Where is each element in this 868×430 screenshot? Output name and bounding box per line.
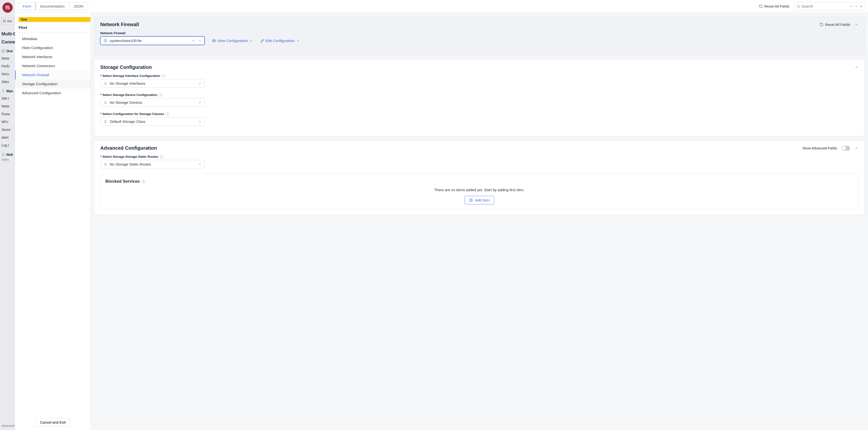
section-nav: New Fleet Metadata Fleet Configuration N… xyxy=(15,13,91,430)
blocked-services-title: Blocked Services i xyxy=(105,179,854,184)
section-title-storage: Storage Configuration xyxy=(100,64,152,70)
reset-all-fields-section[interactable]: Reset All Fields xyxy=(820,23,850,27)
bg-item: Site I xyxy=(0,94,15,102)
chevron-right-icon xyxy=(296,39,300,42)
nav-heading: Fleet xyxy=(15,22,91,33)
bg-item: Perfo xyxy=(0,62,15,70)
storage-classes-value: Default Storage Class xyxy=(110,119,196,123)
pencil-icon xyxy=(260,39,264,43)
background-sidebar: f5 Sel Multi-C Connec Ove Netw Perfo Sec… xyxy=(0,0,15,430)
bg-item: Secu xyxy=(0,70,15,78)
tab-json[interactable]: JSON xyxy=(69,2,88,10)
swap-icon xyxy=(103,101,107,105)
search-icon xyxy=(797,4,800,8)
svg-rect-7 xyxy=(3,51,5,53)
nav-item-storage-configuration[interactable]: Storage Configuration xyxy=(15,79,91,88)
bg-title-1: Multi-C xyxy=(0,30,15,37)
search-next-icon[interactable] xyxy=(855,5,858,8)
blocked-services-empty: There are no items added yet. Start by a… xyxy=(105,188,854,192)
show-advanced-label: Show Advanced Fields xyxy=(802,146,837,150)
network-firewall-select[interactable]: system/store100-fw xyxy=(100,36,205,45)
bg-item: Sites xyxy=(0,78,15,86)
bg-overview: Ove xyxy=(0,46,15,54)
bg-item: Log I xyxy=(0,141,15,149)
chevron-down-icon[interactable] xyxy=(198,101,202,104)
tab-form[interactable]: Form xyxy=(18,2,36,10)
bg-manage: Man xyxy=(0,86,15,94)
new-badge: New xyxy=(19,17,91,22)
bg-item: NFV xyxy=(0,118,15,126)
collapse-icon[interactable] xyxy=(855,146,859,150)
bg-item: Firew xyxy=(0,110,15,118)
bg-item: Netw xyxy=(0,102,15,110)
field-label-storage-device: * Select Storage Device Configuration i xyxy=(100,93,859,97)
nav-item-network-firewall[interactable]: Network Firewall xyxy=(15,70,91,79)
static-routes-value: No Storage Static Routes xyxy=(110,162,196,166)
blocked-services-panel: Blocked Services i There are no items ad… xyxy=(100,174,859,209)
info-icon[interactable]: i xyxy=(166,112,169,116)
section-title-network-firewall: Network Firewall xyxy=(100,22,139,27)
nav-item-fleet-configuration[interactable]: Fleet Configuration xyxy=(15,43,91,52)
search-input[interactable] xyxy=(800,3,850,9)
chevron-down-icon[interactable] xyxy=(198,163,202,166)
add-item-button[interactable]: Add Item xyxy=(465,196,494,204)
static-routes-select[interactable]: No Storage Static Routes xyxy=(100,160,205,169)
svg-rect-1 xyxy=(5,20,6,21)
network-firewall-value: system/store100-fw xyxy=(110,38,189,43)
swap-icon xyxy=(103,82,107,85)
clear-icon[interactable] xyxy=(192,39,195,42)
bg-advanced: Advanced xyxy=(1,424,14,428)
collapse-icon[interactable] xyxy=(855,23,859,27)
svg-point-8 xyxy=(797,5,800,7)
info-icon[interactable]: i xyxy=(162,74,165,78)
svg-rect-3 xyxy=(5,21,6,22)
bg-notifications: Noti xyxy=(0,149,15,158)
bg-title-2: Connec xyxy=(0,37,15,46)
view-configuration-link[interactable]: View Configuration xyxy=(212,38,253,43)
object-icon xyxy=(103,39,107,43)
f5-logo: f5 xyxy=(2,2,13,13)
svg-rect-6 xyxy=(1,51,3,53)
search-box[interactable] xyxy=(794,2,865,10)
nav-item-metadata[interactable]: Metadata xyxy=(15,34,91,43)
chevron-down-icon[interactable] xyxy=(198,39,202,42)
storage-device-value: No Storage Devices xyxy=(110,101,196,105)
field-label-storage-interface: * Select Storage Interface Configuration… xyxy=(100,74,859,78)
search-prev-icon[interactable] xyxy=(850,5,853,8)
storage-classes-select[interactable]: Default Storage Class xyxy=(100,117,205,126)
chevron-down-icon[interactable] xyxy=(198,120,202,123)
reset-all-fields-top[interactable]: Reset All Fields xyxy=(759,4,789,8)
chevron-right-icon xyxy=(250,39,253,42)
storage-configuration-section: Storage Configuration * Select Storage I… xyxy=(94,59,865,136)
nav-item-network-interfaces[interactable]: Network Interfaces xyxy=(15,52,91,61)
svg-rect-0 xyxy=(3,20,4,21)
bg-item: Alert xyxy=(0,134,15,141)
chevron-down-icon[interactable] xyxy=(198,82,202,85)
undo-icon xyxy=(820,23,824,27)
field-label-network-firewall: Network Firewall xyxy=(100,31,859,35)
tab-documentation[interactable]: Documentation xyxy=(36,2,69,10)
edit-configuration-link[interactable]: Edit Configuration xyxy=(260,38,300,43)
info-icon[interactable]: i xyxy=(142,180,145,183)
collapse-icon[interactable] xyxy=(855,65,859,69)
storage-interface-value: No Storage Interfaces xyxy=(110,81,196,85)
eye-icon xyxy=(212,39,216,43)
nav-item-network-connectors[interactable]: Network Connectors xyxy=(15,61,91,70)
swap-icon xyxy=(103,120,107,123)
search-close-icon[interactable] xyxy=(860,5,863,8)
field-label-storage-classes: * Select Configuration for Storage Class… xyxy=(100,112,859,116)
bg-item: Netw xyxy=(0,54,15,62)
info-icon[interactable]: i xyxy=(160,155,163,159)
info-icon[interactable]: i xyxy=(159,93,162,97)
nav-item-advanced-configuration[interactable]: Advanced Configuration xyxy=(15,88,91,97)
show-advanced-toggle[interactable] xyxy=(841,146,850,151)
plus-circle-icon xyxy=(469,198,473,202)
section-title-advanced: Advanced Configuration xyxy=(100,145,157,151)
field-label-static-routes: * Select Storage Storage Static Routes i xyxy=(100,155,859,159)
swap-icon xyxy=(103,162,107,166)
storage-interface-select[interactable]: No Storage Interfaces xyxy=(100,79,205,88)
cancel-and-exit-button[interactable]: Cancel and Exit xyxy=(35,418,70,427)
storage-device-select[interactable]: No Storage Devices xyxy=(100,98,205,107)
bg-alerts: Alerts xyxy=(0,158,15,162)
svg-rect-5 xyxy=(3,49,5,51)
